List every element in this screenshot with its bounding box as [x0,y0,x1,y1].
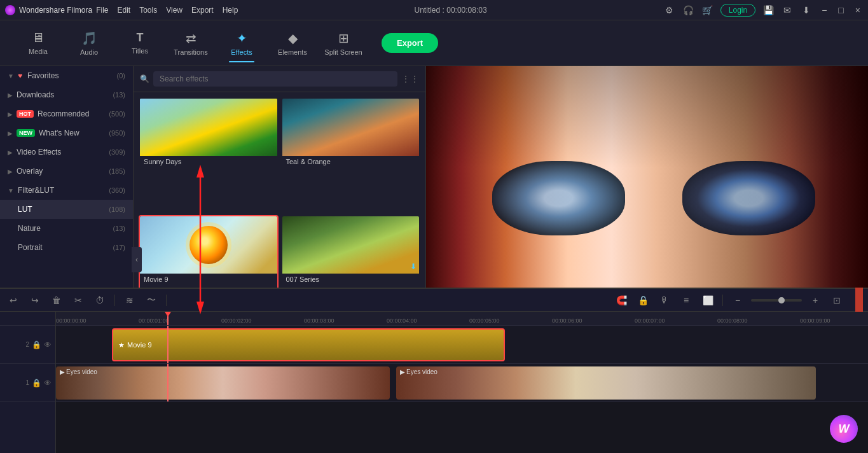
tools-divider-3 [722,295,723,306]
menu-help[interactable]: Help [223,6,238,15]
track-2-lock-icon[interactable]: 🔒 [32,340,41,349]
timeline-scroll-area[interactable]: 00:00:00:00 00:00:01:00 00:00:02:00 00:0… [56,312,868,453]
transitions-label: Transitions [174,48,207,56]
magnet-button[interactable]: 🧲 [613,292,630,309]
sidebar-item-downloads[interactable]: ▶ Downloads (13) [0,85,133,104]
grid-icon[interactable]: ⋮⋮ [401,74,419,84]
waveform-button[interactable]: 〜 [143,292,160,309]
lut-label: LUT [18,205,32,214]
sidebar-item-overlay[interactable]: ▶ Overlay (185) [0,162,133,181]
headset-icon[interactable]: 🎧 [682,4,695,17]
minimize-button[interactable]: − [819,5,829,15]
save-icon[interactable]: 💾 [762,4,775,17]
sidebar-item-video-effects[interactable]: ▶ Video Effects (309) [0,143,133,162]
video-effects-arrow: ▶ [8,149,13,156]
zoom-thumb [778,297,785,303]
toolbar-media[interactable]: 🖥 Media [13,24,64,62]
ruler-mark-4: 00:00:04:00 [387,317,417,324]
audio-icon: 🎵 [81,31,97,46]
sidebar-item-whats-new[interactable]: ▶ NEW What's New (950) [0,123,133,143]
export-button[interactable]: Export [382,33,438,53]
timeline-tools: ↩ ↪ 🗑 ✂ ⏱ ≋ 〜 🧲 🔒 🎙 ≡ ⬜ − + ⊡ [0,289,868,312]
menu-edit[interactable]: Edit [118,6,131,15]
sidebar-item-filter-lut[interactable]: ▼ Filter&LUT (360) [0,181,133,200]
download-icon[interactable]: ⬇ [800,4,813,17]
zoom-in-button[interactable]: + [807,292,823,309]
sidebar-item-nature[interactable]: Nature (13) [0,219,133,238]
clip-eyes-video-1[interactable]: ▶ Eyes video [56,366,390,400]
overlay-label: Overlay [17,167,43,176]
app-logo [5,5,15,15]
close-button[interactable]: × [853,5,863,15]
toolbar-audio[interactable]: 🎵 Audio [64,24,114,62]
sidebar-collapse-btn[interactable]: ‹ [132,247,134,272]
portrait-count: (17) [113,244,125,251]
clip-eyes-2-label: ▶ Eyes video [400,368,437,375]
audio-eq-button[interactable]: ≋ [121,292,138,309]
clip-eyes-2-thumbs [396,366,816,400]
filter-lut-label: Filter&LUT [18,186,54,195]
track-1-label: 1 🔒 👁 [0,364,55,402]
message-icon[interactable]: ✉ [781,4,794,17]
favorites-label: Favorites [27,71,59,80]
track1-playhead [167,364,169,401]
cut-button[interactable]: ✂ [70,292,86,309]
ruler-mark-1: 00:00:01:00 [139,317,169,324]
sidebar-item-portrait[interactable]: Portrait (17) [0,238,133,257]
toolbar-titles[interactable]: T Titles [114,24,165,62]
ruler-mark-7: 00:00:07:00 [635,317,665,324]
lock-button[interactable]: 🔒 [635,292,651,309]
effect-sunny-days[interactable]: Sunny Days [139,97,279,213]
sidebar-item-recommended[interactable]: ▶ HOT Recommended (500) [0,104,133,123]
sidebar-item-lut[interactable]: LUT (108) [0,200,133,219]
track-1-visibility-icon[interactable]: 👁 [44,379,52,387]
menu-export[interactable]: Export [191,6,214,15]
overlay-arrow: ▶ [8,168,13,175]
whats-new-label: What's New [39,129,79,137]
clip-movie9-label: Movie 9 [127,341,152,349]
mic-button[interactable]: 🎙 [656,292,673,309]
menu-view[interactable]: View [166,6,183,15]
sidebar-item-favorites[interactable]: ▼ ♥ Favorites (0) [0,66,133,85]
new-badge: NEW [17,129,35,137]
track-2-visibility-icon[interactable]: 👁 [44,340,52,349]
timeline-ruler: 00:00:00:00 00:00:01:00 00:00:02:00 00:0… [56,312,868,326]
subtitle-button[interactable]: ≡ [678,292,694,309]
playhead-arrow [165,312,171,317]
titlebar-right: ⚙ 🎧 🛒 Login 💾 ✉ ⬇ − □ × [663,4,863,17]
effect-thumb-teal-orange [282,99,420,156]
settings-icon[interactable]: ⚙ [663,4,676,17]
delete-clip-button[interactable]: 🗑 [48,292,65,309]
clip-eyes-video-2[interactable]: ▶ Eyes video [396,366,816,400]
ruler-playhead [167,312,169,325]
ruler-mark-2: 00:00:02:00 [221,317,252,324]
downloads-count: (13) [113,91,125,99]
clip-eyes-1-thumbs [56,366,390,400]
toolbar-splitscreen[interactable]: ⊞ Split Screen [318,24,369,62]
effect-thumb-sunny-days [140,99,277,156]
audio-label: Audio [80,48,98,56]
login-button[interactable]: Login [720,4,755,17]
maximize-button[interactable]: □ [836,5,846,15]
menu-tools[interactable]: Tools [139,6,157,15]
menu-file[interactable]: File [96,6,108,15]
titles-icon: T [137,31,144,45]
cart-icon[interactable]: 🛒 [701,4,714,17]
toolbar-elements[interactable]: ◆ Elements [267,24,318,62]
toolbar-transitions[interactable]: ⇄ Transitions [165,24,216,62]
zoom-out-button[interactable]: − [729,292,746,309]
speed-button[interactable]: ⏱ [92,292,108,309]
effect-label-teal-orange: Teal & Orange [282,156,420,167]
redo-button[interactable]: ↪ [27,292,43,309]
fit-timeline-button[interactable]: ⊡ [829,292,845,309]
ruler-mark-6: 00:00:06:00 [552,317,582,324]
undo-button[interactable]: ↩ [5,292,22,309]
effect-teal-orange[interactable]: Teal & Orange [281,97,421,213]
toolbar-effects[interactable]: ✦ Effects [216,24,267,62]
clip-movie9[interactable]: ★ Movie 9 [112,328,505,361]
zoom-slider[interactable] [751,299,802,302]
download-effect-icon: ⬇ [410,262,417,271]
search-input[interactable] [153,71,397,87]
pip-button[interactable]: ⬜ [699,292,716,309]
track-1-lock-icon[interactable]: 🔒 [32,379,41,387]
